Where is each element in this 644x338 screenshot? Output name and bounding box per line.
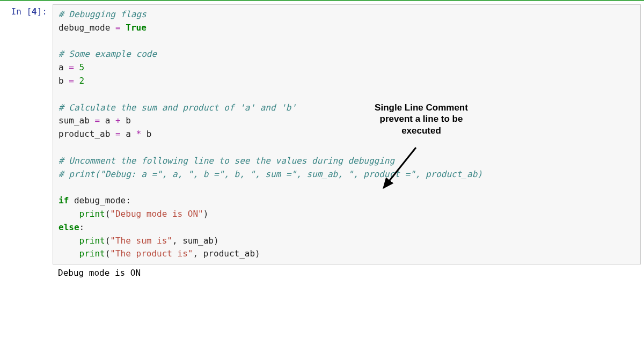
code-input[interactable]: # Debugging flags debug_mode = True # So… [53,4,641,264]
input-prompt: In [4]: [0,4,53,17]
code-cell: In [4]: # Debugging flags debug_mode = T… [0,1,644,264]
output-row: Debug mode is ON [0,264,644,281]
cell-output: Debug mode is ON [53,264,146,281]
annotation-label: Single Line Comment prevent a line to be… [360,102,483,136]
output-spacer [0,264,53,281]
